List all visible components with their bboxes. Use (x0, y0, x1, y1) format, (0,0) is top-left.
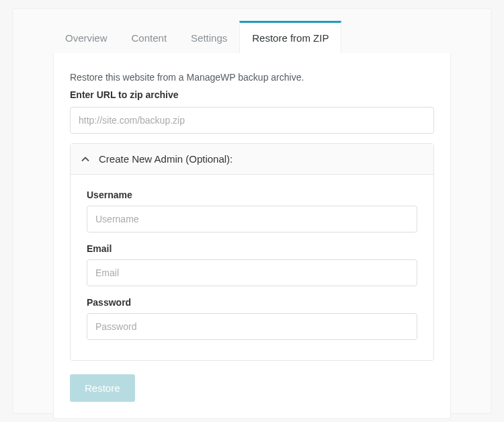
username-input[interactable] (87, 206, 417, 233)
create-admin-title: Create New Admin (Optional): (99, 153, 233, 165)
restore-button[interactable]: Restore (70, 374, 135, 402)
email-label: Email (87, 243, 417, 254)
restore-description: Restore this website from a ManageWP bac… (70, 72, 434, 83)
tab-content-area: Restore this website from a ManageWP bac… (53, 53, 451, 419)
tab-restore-from-zip[interactable]: Restore from ZIP (239, 21, 341, 53)
username-label: Username (87, 189, 417, 200)
tab-content[interactable]: Content (120, 21, 179, 53)
password-label: Password (87, 297, 417, 308)
password-input[interactable] (87, 313, 417, 340)
create-admin-toggle[interactable]: Create New Admin (Optional): (71, 144, 433, 175)
tab-settings[interactable]: Settings (179, 21, 239, 53)
zip-url-input[interactable] (70, 107, 434, 134)
settings-panel: Overview Content Settings Restore from Z… (12, 8, 492, 414)
url-label: Enter URL to zip archive (70, 89, 434, 100)
create-admin-section: Create New Admin (Optional): Username Em… (70, 143, 434, 361)
email-input[interactable] (87, 259, 417, 286)
chevron-up-icon (81, 155, 89, 163)
tab-overview[interactable]: Overview (53, 21, 120, 53)
create-admin-body: Username Email Password (71, 175, 433, 360)
tab-bar: Overview Content Settings Restore from Z… (53, 21, 451, 53)
